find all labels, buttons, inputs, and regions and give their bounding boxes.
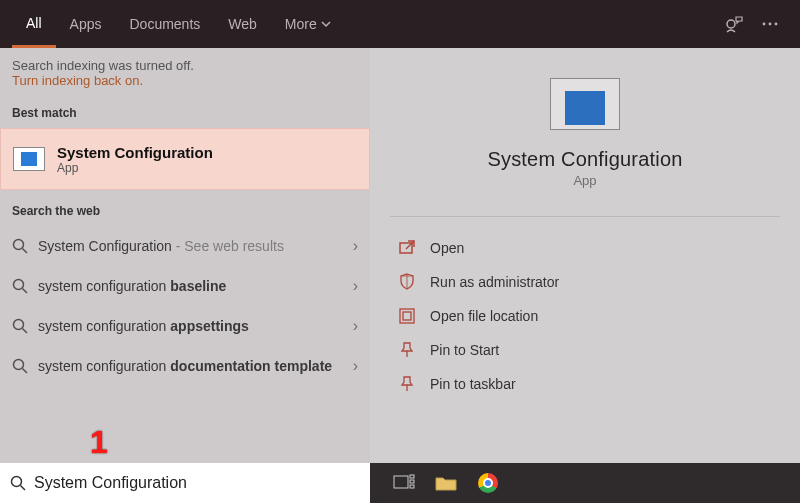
best-match-subtitle: App — [57, 161, 213, 175]
more-options-icon[interactable] — [752, 6, 788, 42]
feedback-icon[interactable] — [716, 6, 752, 42]
search-input[interactable] — [34, 474, 360, 492]
ellipsis-icon — [761, 15, 779, 33]
search-icon — [12, 278, 28, 294]
detail-header: System Configuration App — [370, 48, 800, 198]
tab-web[interactable]: Web — [214, 0, 271, 48]
action-label: Pin to Start — [430, 342, 499, 358]
web-result[interactable]: system configuration documentation templ… — [0, 346, 370, 386]
web-result-text: system configuration documentation templ… — [38, 358, 345, 374]
chevron-right-icon[interactable]: › — [345, 317, 358, 335]
chevron-right-icon[interactable]: › — [345, 357, 358, 375]
search-icon — [12, 238, 28, 254]
detail-actions: Open Run as administrator Open file loca… — [370, 217, 800, 415]
taskview-glyph — [393, 474, 415, 492]
tab-documents[interactable]: Documents — [115, 0, 214, 48]
svg-line-18 — [21, 486, 26, 491]
svg-rect-13 — [400, 309, 414, 323]
svg-point-4 — [14, 240, 24, 250]
chrome-icon[interactable] — [476, 471, 500, 495]
action-icon — [398, 307, 416, 325]
folder-glyph — [435, 474, 457, 492]
action-icon — [398, 273, 416, 291]
chevron-down-icon — [321, 19, 331, 29]
chevron-right-icon[interactable]: › — [345, 237, 358, 255]
search-icon — [10, 475, 26, 491]
svg-rect-21 — [410, 480, 414, 483]
file-explorer-icon[interactable] — [434, 471, 458, 495]
detail-app-icon — [550, 78, 620, 130]
web-result-text: system configuration appsettings — [38, 318, 345, 334]
web-result[interactable]: system configuration baseline › — [0, 266, 370, 306]
tab-more[interactable]: More — [271, 0, 345, 48]
svg-point-8 — [14, 320, 24, 330]
tab-all[interactable]: All — [12, 0, 56, 48]
web-result-text: system configuration baseline — [38, 278, 345, 294]
action-label: Run as administrator — [430, 274, 559, 290]
svg-rect-22 — [410, 485, 414, 488]
taskbar-search-box[interactable] — [0, 463, 370, 503]
svg-line-5 — [23, 249, 28, 254]
search-icon — [12, 358, 28, 374]
search-main: Search indexing was turned off. Turn ind… — [0, 48, 800, 463]
detail-action[interactable]: Pin to taskbar — [398, 367, 772, 401]
action-label: Open — [430, 240, 464, 256]
web-result-text: System Configuration - See web results — [38, 238, 345, 254]
tab-label: Apps — [70, 16, 102, 32]
tab-label: Documents — [129, 16, 200, 32]
taskbar-icons — [370, 471, 500, 495]
detail-pane: System Configuration App Open Run as adm… — [370, 48, 800, 463]
action-label: Open file location — [430, 308, 538, 324]
indexing-off-text: Search indexing was turned off. — [12, 58, 358, 73]
taskbar — [0, 463, 800, 503]
chrome-glyph — [478, 473, 498, 493]
action-icon — [398, 239, 416, 257]
search-icon — [12, 318, 28, 334]
detail-action[interactable]: Open — [398, 231, 772, 265]
svg-line-7 — [23, 289, 28, 294]
results-column: Search indexing was turned off. Turn ind… — [0, 48, 370, 463]
svg-rect-20 — [410, 475, 414, 478]
detail-action[interactable]: Pin to Start — [398, 333, 772, 367]
svg-point-3 — [775, 23, 778, 26]
tab-label: Web — [228, 16, 257, 32]
svg-line-11 — [23, 369, 28, 374]
svg-rect-19 — [394, 476, 408, 488]
tab-apps[interactable]: Apps — [56, 0, 116, 48]
svg-line-9 — [23, 329, 28, 334]
chevron-right-icon[interactable]: › — [345, 277, 358, 295]
system-configuration-icon — [13, 147, 45, 171]
indexing-notice: Search indexing was turned off. Turn ind… — [0, 48, 370, 92]
detail-action[interactable]: Run as administrator — [398, 265, 772, 299]
detail-title: System Configuration — [487, 148, 682, 171]
detail-action[interactable]: Open file location — [398, 299, 772, 333]
web-result[interactable]: system configuration appsettings › — [0, 306, 370, 346]
detail-subtitle: App — [573, 173, 596, 188]
action-icon — [398, 341, 416, 359]
search-header: All Apps Documents Web More — [0, 0, 800, 48]
svg-point-1 — [763, 23, 766, 26]
web-result[interactable]: System Configuration - See web results › — [0, 226, 370, 266]
person-feedback-icon — [724, 14, 744, 34]
best-match-heading: Best match — [0, 92, 370, 128]
action-label: Pin to taskbar — [430, 376, 516, 392]
best-match-result[interactable]: System Configuration App — [0, 128, 370, 190]
best-match-title: System Configuration — [57, 144, 213, 161]
tab-label: All — [26, 15, 42, 31]
svg-point-6 — [14, 280, 24, 290]
svg-point-0 — [727, 20, 735, 28]
task-view-icon[interactable] — [392, 471, 416, 495]
search-web-heading: Search the web — [0, 190, 370, 226]
tab-label: More — [285, 16, 317, 32]
svg-point-10 — [14, 360, 24, 370]
svg-rect-14 — [403, 312, 411, 320]
svg-point-2 — [769, 23, 772, 26]
indexing-turn-on-link[interactable]: Turn indexing back on. — [12, 73, 358, 88]
svg-point-17 — [12, 477, 22, 487]
action-icon — [398, 375, 416, 393]
